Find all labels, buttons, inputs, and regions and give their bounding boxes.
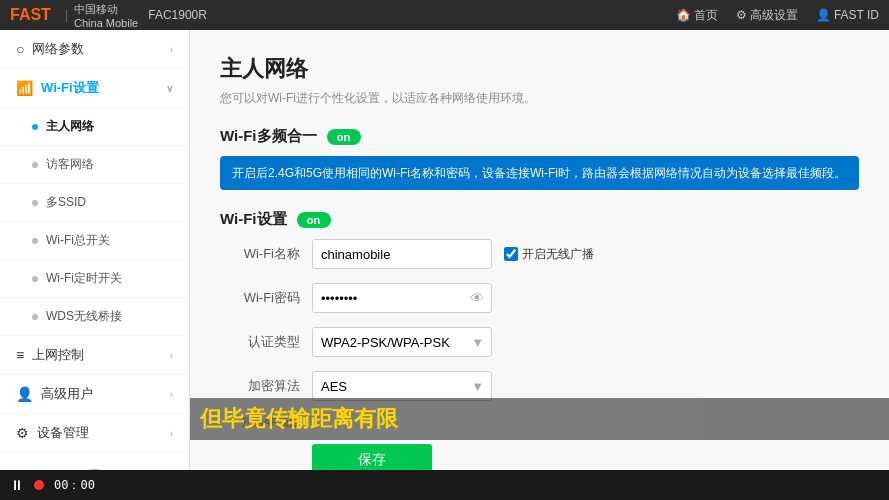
timer-display: 00：00: [54, 477, 95, 494]
record-dot: [34, 480, 44, 490]
form-row-password: Wi-Fi密码 👁: [220, 283, 859, 313]
parental-icon: ≡: [16, 347, 24, 363]
sidebar-label-device-mgmt: 设备管理: [37, 424, 89, 442]
sidebar-label-wds: WDS无线桥接: [46, 308, 122, 325]
dot-icon-wds: [32, 314, 38, 320]
form-row-name: Wi-Fi名称 开启无线广播: [220, 239, 859, 269]
dot-icon-ssid: [32, 200, 38, 206]
sidebar-item-guest-network[interactable]: 访客网络: [0, 146, 189, 184]
dot-icon-main: [32, 124, 38, 130]
sidebar-item-wifi-toggle[interactable]: Wi-Fi总开关: [0, 222, 189, 260]
advanced-link[interactable]: ⚙ 高级设置: [736, 7, 798, 24]
subtitle-bar: 但毕竟传输距离有限: [190, 398, 889, 440]
fast-id-label: FAST ID: [834, 8, 879, 22]
fast-id-link[interactable]: 👤 FAST ID: [816, 8, 879, 22]
form-row-auth: 认证类型 WPA2-PSK/WPA-PSK WPA-PSK WPA2-PSK ▼: [220, 327, 859, 357]
broadcast-label-text: 开启无线广播: [522, 246, 594, 263]
page-title: 主人网络: [220, 54, 859, 84]
sidebar-label-network-params: 网络参数: [32, 40, 84, 58]
settings-icon: ⚙: [736, 8, 747, 22]
wifi-settings-label: Wi-Fi设置: [220, 210, 287, 229]
gear-icon: ⚙: [16, 425, 29, 441]
home-link[interactable]: 🏠 首页: [676, 7, 718, 24]
sidebar-item-main-network[interactable]: 主人网络: [0, 108, 189, 146]
advanced-label: 高级设置: [750, 7, 798, 24]
home-icon: 🏠: [676, 8, 691, 22]
sidebar-label-parental: 上网控制: [32, 346, 84, 364]
network-icon: ○: [16, 41, 24, 57]
multi-band-section: Wi-Fi多频合一 on 开启后2.4G和5G使用相同的Wi-Fi名称和密码，设…: [220, 127, 859, 190]
form-label-name: Wi-Fi名称: [220, 245, 300, 263]
home-label: 首页: [694, 7, 718, 24]
topbar: FAST | 中国移动China Mobile FAC1900R 🏠 首页 ⚙ …: [0, 0, 889, 30]
multi-band-label: Wi-Fi多频合一: [220, 127, 317, 146]
multi-band-toggle[interactable]: on: [327, 129, 361, 145]
form-row-encrypt: 加密算法 AES TKIP AES+TKIP ▼: [220, 371, 859, 401]
chevron-down-icon: ∨: [166, 83, 173, 94]
sidebar-item-wifi-timer[interactable]: Wi-Fi定时开关: [0, 260, 189, 298]
wifi-name-input[interactable]: [312, 239, 492, 269]
dot-icon-guest: [32, 162, 38, 168]
chevron-icon-user: ›: [170, 389, 173, 400]
sidebar-item-parental[interactable]: ≡ 上网控制 ›: [0, 336, 189, 375]
multi-band-info: 开启后2.4G和5G使用相同的Wi-Fi名称和密码，设备连接Wi-Fi时，路由器…: [220, 156, 859, 190]
topbar-right: 🏠 首页 ⚙ 高级设置 👤 FAST ID: [676, 7, 879, 24]
sidebar-label-guest-network: 访客网络: [46, 156, 94, 173]
sidebar-item-network-params[interactable]: ○ 网络参数 ›: [0, 30, 189, 69]
sidebar-item-wifi-settings[interactable]: 📶 Wi-Fi设置 ∨: [0, 69, 189, 108]
topbar-divider: |: [65, 8, 68, 22]
chevron-icon-mgmt: ›: [170, 428, 173, 439]
sidebar-label-wifi-settings: Wi-Fi设置: [41, 79, 99, 97]
wifi-icon: 📶: [16, 80, 33, 96]
eye-icon[interactable]: 👁: [470, 290, 484, 306]
broadcast-checkbox[interactable]: [504, 247, 518, 261]
wifi-password-input[interactable]: [312, 283, 492, 313]
chevron-icon: ›: [170, 44, 173, 55]
wifi-toggle-on-text: on: [307, 214, 320, 226]
sidebar-label-main-network: 主人网络: [46, 118, 94, 135]
sidebar-label-advanced-user: 高级用户: [41, 385, 93, 403]
auth-type-select[interactable]: WPA2-PSK/WPA-PSK WPA-PSK WPA2-PSK: [312, 327, 492, 357]
dot-icon-timer: [32, 276, 38, 282]
subtitle-text: 但毕竟传输距离有限: [200, 406, 398, 431]
topbar-model: FAC1900R: [148, 8, 207, 22]
broadcast-checkbox-label: 开启无线广播: [504, 246, 594, 263]
form-label-password: Wi-Fi密码: [220, 289, 300, 307]
toggle-on-text: on: [337, 131, 350, 143]
topbar-logo: FAST: [10, 6, 51, 24]
chevron-icon-parental: ›: [170, 350, 173, 361]
fast-id-icon: 👤: [816, 8, 831, 22]
sidebar-label-wifi-toggle: Wi-Fi总开关: [46, 232, 110, 249]
topbar-brand: 中国移动China Mobile: [74, 2, 138, 29]
bottom-bar: ⏸ 00：00: [0, 470, 889, 500]
dot-icon-toggle: [32, 238, 38, 244]
form-label-auth: 认证类型: [220, 333, 300, 351]
sidebar-item-device-mgmt[interactable]: ⚙ 设备管理 ›: [0, 414, 189, 453]
sidebar-item-advanced-user[interactable]: 👤 高级用户 ›: [0, 375, 189, 414]
sidebar-label-multi-ssid: 多SSID: [46, 194, 86, 211]
user-icon: 👤: [16, 386, 33, 402]
pause-button[interactable]: ⏸: [10, 477, 24, 493]
sidebar-item-multi-ssid[interactable]: 多SSID: [0, 184, 189, 222]
page-description: 您可以对Wi-Fi进行个性化设置，以适应各种网络使用环境。: [220, 90, 859, 107]
form-label-encrypt: 加密算法: [220, 377, 300, 395]
sidebar: ○ 网络参数 › 📶 Wi-Fi设置 ∨ 主人网络: [0, 30, 190, 500]
sidebar-label-wifi-timer: Wi-Fi定时开关: [46, 270, 122, 287]
wifi-settings-toggle[interactable]: on: [297, 212, 331, 228]
sidebar-item-wds[interactable]: WDS无线桥接: [0, 298, 189, 336]
encrypt-select[interactable]: AES TKIP AES+TKIP: [312, 371, 492, 401]
